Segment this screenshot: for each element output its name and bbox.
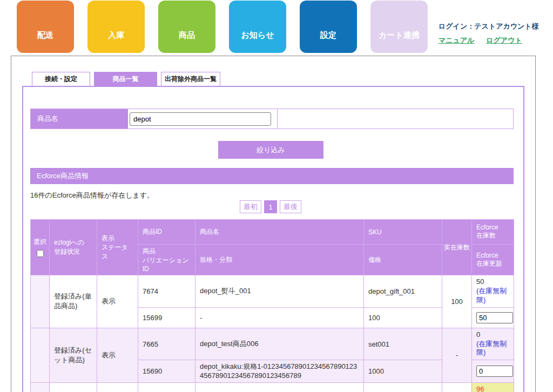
ec-update-cell — [472, 307, 514, 328]
pagination-last-button[interactable]: 最後 — [280, 200, 301, 213]
sku-cell: set001 — [364, 328, 442, 360]
ec-stock-cell: 50 (在庫無制限) — [472, 275, 514, 308]
ec-stock-cell: 0 (在庫無制限) — [472, 328, 514, 360]
manual-link[interactable]: マニュアル — [439, 36, 475, 44]
header-product-id: 商品ID — [138, 220, 195, 245]
real-stock-link[interactable]: 95 — [442, 382, 472, 392]
ec-stock-value: 50 — [476, 278, 484, 286]
main-container: 接続・設定 商品一覧 出荷除外商品一覧 商品名 絞り込み Ecforce商品情報… — [11, 56, 536, 392]
price-cell: 100 — [364, 307, 442, 328]
form-row-spacer — [278, 109, 513, 129]
product-name-cell: depot_熨斗_001 — [195, 275, 364, 308]
header-spec: 規格・分類 — [195, 245, 364, 275]
display-status-cell: 表示 — [97, 275, 138, 328]
nav-products-button[interactable]: 商品 — [158, 1, 215, 53]
row-select-cell[interactable] — [31, 275, 50, 328]
pagination-page-1[interactable]: 1 — [264, 200, 277, 213]
tab-connection-settings[interactable]: 接続・設定 — [32, 72, 90, 86]
pagination-first-button[interactable]: 最初 — [240, 200, 261, 213]
table-row: 登録済み(単品商品) 表示 7584 depot_定期商品02 S0049 95… — [31, 382, 514, 392]
ec-stock-value: 0 — [476, 330, 480, 339]
stock-update-input[interactable] — [476, 312, 513, 323]
ec-update-cell — [472, 360, 514, 383]
unlimited-stock-link[interactable]: (在庫無制限) — [476, 287, 507, 304]
nav-settings-button[interactable]: 設定 — [300, 1, 357, 53]
product-id-cell: 7584 — [138, 382, 195, 392]
variation-id-cell: 15699 — [138, 307, 195, 328]
header-sku: SKU — [364, 220, 442, 245]
registration-cell: 登録済み(単品商品) — [50, 382, 97, 392]
table-row: 登録済み(セット商品) 表示 7665 depot_test商品006 set0… — [31, 328, 514, 360]
header-price: 価格 — [364, 245, 442, 275]
real-stock-link[interactable]: 100 — [442, 275, 472, 328]
row-select-cell[interactable] — [31, 328, 50, 382]
products-table: 選択 ezlogiへの 登録状況 表示 ステータス 商品ID 商品名 SKU 実… — [30, 219, 514, 392]
header-ec-update: Ecforce 在庫更新 — [472, 245, 514, 275]
header-real-stock: 実在庫数 — [442, 220, 472, 275]
spec-cell: - — [195, 307, 364, 328]
search-form-row: 商品名 — [30, 109, 514, 129]
registration-cell: 登録済み(セット商品) — [50, 328, 97, 382]
filter-button[interactable]: 絞り込み — [218, 141, 323, 159]
nav-news-button[interactable]: お知らせ — [229, 1, 286, 53]
product-id-cell: 7674 — [138, 275, 195, 308]
logout-link[interactable]: ログアウト — [486, 36, 522, 44]
header-select: 選択 — [31, 220, 50, 275]
result-count-text: 16件のEcforce商品情報が存在します。 — [30, 191, 154, 200]
header-product-name: 商品名 — [195, 220, 364, 245]
nav-cart-link-button[interactable]: カート連携 — [370, 1, 428, 53]
login-account-label: ログイン：テストアカウント様 — [439, 22, 539, 31]
section-title-bar: Ecforce商品情報 — [30, 168, 514, 184]
header-ec-stock: Ecforce 在庫数 — [472, 220, 514, 245]
nav-delivery-button[interactable]: 配送 — [17, 1, 74, 53]
pagination: 最初 1 最後 — [11, 200, 530, 213]
product-id-cell: 7665 — [138, 328, 195, 360]
table-row: 登録済み(単品商品) 表示 7674 depot_熨斗_001 depot_gi… — [31, 275, 514, 308]
display-status-cell: 表示 — [97, 328, 138, 382]
header-display-status: 表示 ステータス — [97, 220, 138, 275]
nav-inbound-button[interactable]: 入庫 — [87, 1, 145, 53]
header-registration: ezlogiへの 登録状況 — [50, 220, 97, 275]
header-variation-id: 商品 バリエーションID — [138, 245, 195, 275]
ec-stock-value-warning: 96 — [476, 385, 484, 392]
unlimited-stock-link[interactable]: (在庫無制限) — [476, 340, 507, 357]
registration-cell: 登録済み(単品商品) — [50, 275, 97, 328]
sku-cell: S0049 — [364, 382, 442, 392]
product-name-label: 商品名 — [31, 109, 128, 129]
tab-excluded-products[interactable]: 出荷除外商品一覧 — [161, 72, 220, 86]
ec-stock-cell-warning: 96 (在庫無制限) — [472, 382, 514, 392]
product-name-input[interactable] — [130, 112, 271, 126]
product-name-cell: depot_定期商品02 — [195, 382, 364, 392]
product-name-cell: depot_test商品006 — [195, 328, 364, 360]
spec-cell: depot_kikaku:規格1-01234567890123456789012… — [195, 360, 364, 383]
variation-id-cell: 15690 — [138, 360, 195, 383]
real-stock-link[interactable]: - — [442, 328, 472, 382]
price-cell: 1000 — [364, 360, 442, 383]
sku-cell: depot_gift_001 — [364, 275, 442, 308]
select-all-checkbox[interactable] — [37, 250, 44, 257]
tab-product-list[interactable]: 商品一覧 — [94, 72, 157, 86]
header-select-label: 選択 — [33, 238, 46, 246]
row-select-cell[interactable] — [31, 382, 50, 392]
stock-update-input[interactable] — [476, 366, 513, 377]
display-status-cell: 表示 — [97, 382, 138, 392]
